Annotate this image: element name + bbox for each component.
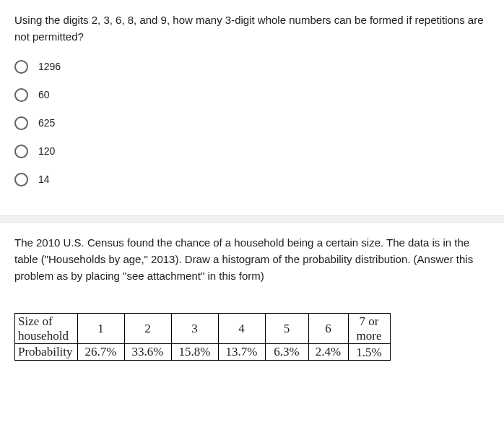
header-1: 1 bbox=[77, 314, 124, 344]
question-1-text: Using the digits 2, 3, 6, 8, and 9, how … bbox=[14, 12, 490, 46]
header-2: 2 bbox=[124, 314, 171, 344]
radio-icon bbox=[14, 145, 28, 158]
option-3[interactable]: 120 bbox=[14, 145, 490, 158]
prob-7: 1.5% bbox=[348, 344, 390, 361]
radio-icon bbox=[14, 116, 28, 130]
row-label-probability: Probability bbox=[15, 344, 78, 361]
option-4-label: 14 bbox=[38, 173, 50, 185]
size-label-line1: Size of bbox=[18, 314, 53, 328]
question-2: The 2010 U.S. Census found the chance of… bbox=[0, 223, 504, 314]
prob-5: 6.3% bbox=[265, 344, 308, 361]
option-3-label: 120 bbox=[38, 145, 55, 157]
header-7: 7 or more bbox=[348, 314, 390, 344]
radio-icon bbox=[14, 60, 28, 74]
table-row-probability: Probability 26.7% 33.6% 15.8% 13.7% 6.3%… bbox=[15, 344, 391, 361]
prob-3: 15.8% bbox=[171, 344, 218, 361]
option-1[interactable]: 60 bbox=[14, 88, 490, 102]
section-divider bbox=[0, 215, 504, 223]
option-2-label: 625 bbox=[38, 117, 55, 129]
size-label-line2: household bbox=[18, 329, 69, 343]
probability-table: Size of household 1 2 3 4 5 6 7 or more … bbox=[14, 313, 391, 361]
probability-table-wrap: Size of household 1 2 3 4 5 6 7 or more … bbox=[0, 313, 504, 375]
header-6: 6 bbox=[308, 314, 348, 344]
question-1: Using the digits 2, 3, 6, 8, and 9, how … bbox=[0, 0, 504, 215]
table-row-header: Size of household 1 2 3 4 5 6 7 or more bbox=[15, 314, 391, 344]
option-0-label: 1296 bbox=[38, 61, 61, 72]
option-4[interactable]: 14 bbox=[14, 173, 490, 186]
row-label-size: Size of household bbox=[15, 314, 78, 344]
header-5: 5 bbox=[265, 314, 308, 344]
prob-2: 33.6% bbox=[124, 344, 171, 361]
option-2[interactable]: 625 bbox=[14, 116, 490, 130]
prob-1: 26.7% bbox=[77, 344, 124, 361]
header-4: 4 bbox=[218, 314, 265, 344]
header-3: 3 bbox=[171, 314, 218, 344]
radio-icon bbox=[14, 88, 28, 102]
prob-4: 13.7% bbox=[218, 344, 265, 361]
header-7-line1: 7 or bbox=[360, 314, 379, 328]
option-1-label: 60 bbox=[38, 89, 50, 100]
radio-icon bbox=[14, 173, 28, 186]
option-0[interactable]: 1296 bbox=[14, 60, 490, 74]
header-7-line2: more bbox=[357, 329, 382, 343]
prob-6: 2.4% bbox=[308, 344, 348, 361]
question-2-text: The 2010 U.S. Census found the chance of… bbox=[14, 234, 490, 285]
